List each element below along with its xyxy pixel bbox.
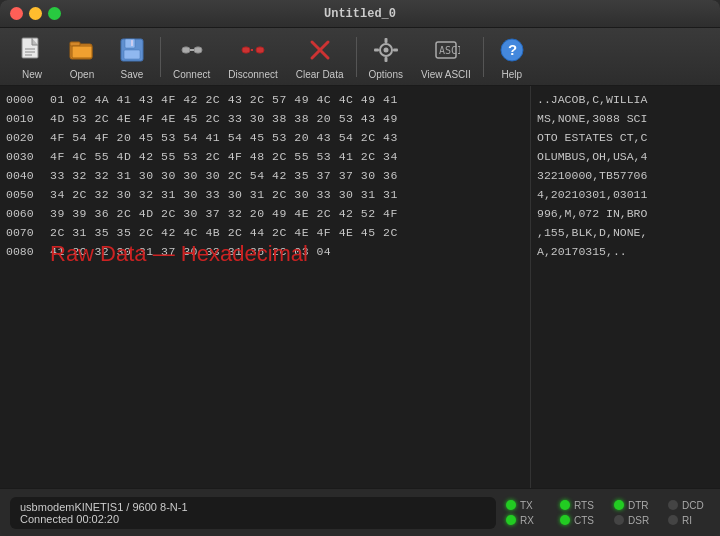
options-icon — [370, 34, 402, 66]
tx-indicator: TX — [506, 500, 548, 511]
svg-rect-5 — [70, 42, 80, 46]
ri-label: RI — [682, 515, 710, 526]
save-button[interactable]: Save — [108, 30, 156, 84]
cts-led — [560, 515, 570, 525]
open-icon — [66, 34, 98, 66]
dtr-led — [614, 500, 624, 510]
save-label: Save — [121, 69, 144, 80]
list-item: 4,20210301,03011 — [537, 185, 714, 204]
clear-data-button[interactable]: Clear Data — [288, 30, 352, 84]
help-icon: ? — [496, 34, 528, 66]
svg-point-20 — [383, 47, 388, 52]
table-row: 0010 4D 53 2C 4E 4F 4E 45 2C 33 30 38 38… — [0, 109, 530, 128]
title-bar: Untitled_0 — [0, 0, 720, 28]
svg-rect-15 — [256, 47, 264, 53]
dtr-indicator: DTR — [614, 500, 656, 511]
svg-rect-24 — [393, 48, 398, 51]
connected-time: Connected 00:02:20 — [20, 513, 486, 525]
clear-icon — [304, 34, 336, 66]
table-row: 0070 2C 31 35 35 2C 42 4C 4B 2C 44 2C 4E… — [0, 223, 530, 242]
new-icon — [16, 34, 48, 66]
status-info: usbmodemKINETIS1 / 9600 8-N-1 Connected … — [10, 497, 496, 529]
rts-cts-group: RTS CTS — [560, 500, 602, 526]
help-label: Help — [502, 69, 523, 80]
svg-rect-23 — [374, 48, 379, 51]
cts-label: CTS — [574, 515, 602, 526]
view-ascii-label: View ASCII — [421, 69, 471, 80]
table-row: 0040 33 32 32 31 30 30 30 30 2C 54 42 35… — [0, 166, 530, 185]
toolbar: New Open Save — [0, 28, 720, 86]
separator-2 — [356, 37, 357, 77]
dtr-label: DTR — [628, 500, 656, 511]
dtr-dsr-group: DTR DSR — [614, 500, 656, 526]
clear-data-label: Clear Data — [296, 69, 344, 80]
rx-led — [506, 515, 516, 525]
open-button[interactable]: Open — [58, 30, 106, 84]
main-area: 0000 01 02 4A 41 43 4F 42 2C 43 2C 57 49… — [0, 86, 720, 488]
minimize-button[interactable] — [29, 7, 42, 20]
svg-rect-11 — [182, 47, 190, 53]
dcd-ri-group: DCD RI — [668, 500, 710, 526]
ascii-panel: ..JACOB,C,WILLIA MS,NONE,3088 SCI OTO ES… — [530, 86, 720, 488]
open-label: Open — [70, 69, 94, 80]
help-button[interactable]: ? Help — [488, 30, 536, 84]
tx-rx-group: TX RX — [506, 500, 548, 526]
tx-led — [506, 500, 516, 510]
svg-rect-22 — [384, 57, 387, 62]
new-button[interactable]: New — [8, 30, 56, 84]
connect-label: Connect — [173, 69, 210, 80]
svg-rect-9 — [124, 50, 140, 59]
hex-panel: 0000 01 02 4A 41 43 4F 42 2C 43 2C 57 49… — [0, 86, 530, 488]
port-info: usbmodemKINETIS1 / 9600 8-N-1 — [20, 501, 486, 513]
disconnect-label: Disconnect — [228, 69, 277, 80]
svg-rect-6 — [72, 46, 92, 58]
separator-3 — [483, 37, 484, 77]
rts-label: RTS — [574, 500, 602, 511]
dcd-led — [668, 500, 678, 510]
close-button[interactable] — [10, 7, 23, 20]
svg-rect-14 — [242, 47, 250, 53]
options-button[interactable]: Options — [361, 30, 411, 84]
options-label: Options — [369, 69, 403, 80]
cts-indicator: CTS — [560, 515, 602, 526]
disconnect-icon — [237, 34, 269, 66]
view-ascii-button[interactable]: ASCII View ASCII — [413, 30, 479, 84]
table-row: 0030 4F 4C 55 4D 42 55 53 2C 4F 48 2C 55… — [0, 147, 530, 166]
ascii-icon: ASCII — [430, 34, 462, 66]
svg-rect-21 — [384, 38, 387, 43]
maximize-button[interactable] — [48, 7, 61, 20]
list-item: 32210000,TB57706 — [537, 166, 714, 185]
status-bar: usbmodemKINETIS1 / 9600 8-N-1 Connected … — [0, 488, 720, 536]
list-item: OLUMBUS,OH,USA,4 — [537, 147, 714, 166]
status-indicators: TX RX RTS CTS DTR — [506, 500, 710, 526]
new-label: New — [22, 69, 42, 80]
dcd-label: DCD — [682, 500, 710, 511]
table-row: 0000 01 02 4A 41 43 4F 42 2C 43 2C 57 49… — [0, 90, 530, 109]
list-item: ,155,BLK,D,NONE, — [537, 223, 714, 242]
svg-rect-10 — [131, 40, 133, 46]
rx-indicator: RX — [506, 515, 548, 526]
list-item: MS,NONE,3088 SCI — [537, 109, 714, 128]
table-row: 0080 41 2C 32 30 31 37 30 33 31 35 2C 03… — [0, 242, 530, 261]
table-row: 0060 39 39 36 2C 4D 2C 30 37 32 20 49 4E… — [0, 204, 530, 223]
rts-led — [560, 500, 570, 510]
list-item: ..JACOB,C,WILLIA — [537, 90, 714, 109]
svg-text:ASCII: ASCII — [439, 45, 460, 56]
window-title: Untitled_0 — [324, 7, 396, 21]
dsr-label: DSR — [628, 515, 656, 526]
rx-label: RX — [520, 515, 548, 526]
dsr-led — [614, 515, 624, 525]
svg-rect-12 — [194, 47, 202, 53]
connect-button[interactable]: Connect — [165, 30, 218, 84]
list-item: A,20170315,.. — [537, 242, 714, 261]
rts-indicator: RTS — [560, 500, 602, 511]
table-row: 0050 34 2C 32 30 32 31 30 33 30 31 2C 30… — [0, 185, 530, 204]
window-controls[interactable] — [10, 7, 61, 20]
disconnect-button[interactable]: Disconnect — [220, 30, 285, 84]
dsr-indicator: DSR — [614, 515, 656, 526]
svg-text:?: ? — [508, 41, 517, 58]
save-icon — [116, 34, 148, 66]
tx-label: TX — [520, 500, 548, 511]
ri-led — [668, 515, 678, 525]
list-item: OTO ESTATES CT,C — [537, 128, 714, 147]
